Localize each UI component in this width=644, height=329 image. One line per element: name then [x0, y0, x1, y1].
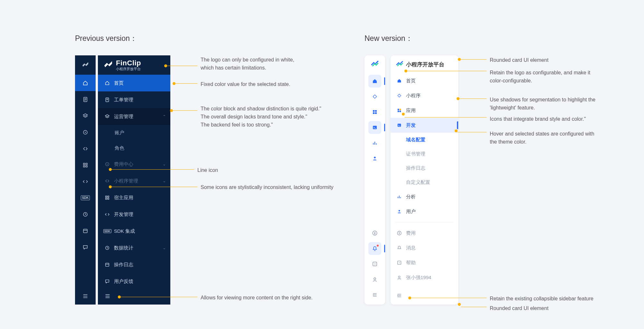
sidebar-sub-log[interactable]: 操作日志 — [391, 161, 458, 175]
annotation-rounded-top: Rounded card UI element — [490, 56, 548, 64]
sidebar-item-feedback[interactable]: 用户反馈 — [98, 273, 170, 290]
grid-icon — [396, 108, 402, 113]
svg-rect-23 — [373, 126, 377, 129]
sidebar-item-apps[interactable]: 应用 — [391, 103, 458, 118]
sidebar-item-tickets[interactable]: 工单管理 — [98, 91, 170, 108]
rail-item-tickets[interactable] — [75, 91, 96, 108]
annotation-dot — [402, 113, 405, 116]
menu-collapse-icon — [396, 293, 402, 298]
new-rail-logo — [371, 55, 379, 73]
sidebar-sub-domain[interactable]: 域名配置 — [391, 133, 458, 147]
annotation-line — [405, 117, 487, 118]
rail-item-feedback[interactable] — [75, 239, 96, 255]
rail-item-apps[interactable] — [368, 106, 381, 118]
svg-text:?: ? — [399, 261, 400, 264]
sidebar-sub-cert[interactable]: 证书管理 — [391, 147, 458, 161]
rail-item-miniapp[interactable] — [75, 140, 96, 157]
person-icon — [372, 277, 378, 282]
sidebar-sub-role[interactable]: 角色 — [98, 140, 170, 156]
rail-item-profile[interactable] — [368, 273, 381, 286]
rail-item-home[interactable] — [368, 75, 381, 88]
sidebar-item-logs[interactable]: 操作日志 — [98, 256, 170, 273]
sidebar-item-miniapp[interactable]: 小程序 — [391, 88, 458, 103]
annotation-line — [112, 187, 197, 187]
sidebar-item-label: 应用 — [406, 108, 416, 114]
rail-item-ops[interactable] — [75, 108, 96, 124]
sidebar-item-stats[interactable]: 数据统计⌄ — [98, 240, 170, 256]
document-icon — [104, 97, 110, 103]
notification-badge — [377, 245, 379, 247]
rail-item-users[interactable] — [368, 152, 381, 165]
rail-item-help[interactable]: ? — [368, 258, 381, 270]
svg-rect-33 — [400, 111, 401, 112]
rail-collapse[interactable] — [368, 288, 381, 301]
sidebar-collapse[interactable] — [98, 288, 170, 305]
sidebar-item-users[interactable]: 用户 — [391, 204, 458, 219]
rail-item-stats[interactable] — [75, 206, 96, 222]
sidebar-sub-account[interactable]: 账户 — [98, 125, 170, 140]
sidebar-item-home[interactable]: 首页 — [391, 73, 458, 88]
chevrons-icon — [104, 178, 110, 184]
menu-collapse-icon — [372, 293, 378, 297]
sidebar-item-label: 费用中心 — [114, 161, 133, 167]
chat-icon — [104, 278, 110, 284]
rail-item-notifications[interactable] — [368, 242, 381, 255]
rail-item-logs[interactable] — [75, 222, 96, 239]
rail-item-host[interactable] — [75, 157, 96, 173]
previous-version-title: Previous version： — [75, 33, 137, 43]
rail-item-miniapp[interactable] — [368, 90, 381, 103]
brand-name: 小程序开放平台 — [406, 61, 444, 68]
sidebar-item-label: 开发 — [406, 122, 416, 128]
menu-collapse-icon — [104, 294, 111, 299]
circle-dot-icon — [104, 161, 110, 167]
logo-icon — [103, 60, 113, 70]
rail-item-dev[interactable] — [75, 173, 96, 190]
svg-rect-6 — [86, 165, 88, 167]
svg-rect-30 — [398, 109, 399, 110]
svg-rect-13 — [108, 196, 109, 197]
rail-item-home[interactable] — [75, 75, 96, 91]
rail-item-dev[interactable] — [368, 121, 381, 134]
svg-rect-31 — [400, 109, 401, 110]
grid-icon — [372, 109, 377, 115]
sidebar-item-label: 消息 — [406, 245, 416, 251]
bell-icon — [372, 246, 378, 251]
bar-chart-icon — [372, 140, 377, 146]
annotation-dot — [164, 64, 167, 67]
sidebar-item-analytics[interactable]: 分析 — [391, 189, 458, 204]
sidebar-item-sdk[interactable]: SDKSDK 集成 — [98, 223, 170, 240]
rail-item-billing[interactable] — [368, 227, 381, 240]
sidebar-item-profile[interactable]: 张小强1994 — [391, 270, 458, 285]
calendar-icon — [82, 228, 88, 234]
user-icon — [372, 156, 377, 161]
code-icon — [104, 212, 110, 217]
sidebar-item-label: 用户反馈 — [114, 278, 133, 285]
help-icon: ? — [372, 261, 378, 267]
sidebar-item-dev[interactable]: 开发管理 — [98, 206, 170, 223]
sidebar-collapse[interactable] — [391, 289, 458, 302]
home-icon — [372, 78, 378, 84]
sidebar-item-dev[interactable]: 开发 — [391, 118, 458, 133]
annotation-dot — [173, 82, 175, 85]
sidebar-item-billing[interactable]: 费用 — [391, 226, 458, 240]
user-icon — [396, 209, 402, 214]
home-icon — [82, 80, 88, 86]
sidebar-item-home[interactable]: 首页 — [98, 75, 170, 91]
sidebar-sub-custom[interactable]: 自定义配置 — [391, 175, 458, 189]
sidebar-item-host[interactable]: 宿主应用 — [98, 189, 170, 206]
new-expanded-sidebar: 小程序开放平台 首页 小程序 应用 开发 域名配置 证书管理 操作日志 自定义配… — [391, 55, 458, 305]
annotation-line — [167, 66, 197, 66]
chat-icon — [82, 244, 88, 250]
rail-item-sdk[interactable]: SDK — [75, 190, 96, 206]
sidebar-item-notifications[interactable]: 消息 — [391, 240, 458, 255]
annotation-dot — [170, 109, 173, 112]
logo-icon — [81, 61, 89, 69]
rail-item-billing[interactable] — [75, 124, 96, 140]
sidebar-item-help[interactable]: ?帮助 — [391, 255, 458, 270]
new-version-title: New version： — [365, 33, 413, 43]
sidebar-item-ops[interactable]: 运营管理⌃ — [98, 108, 170, 125]
rail-collapse[interactable] — [75, 288, 96, 305]
rail-item-analytics[interactable] — [368, 136, 381, 149]
chevron-up-icon: ⌃ — [163, 114, 166, 119]
sidebar-item-label: 操作日志 — [114, 262, 133, 268]
